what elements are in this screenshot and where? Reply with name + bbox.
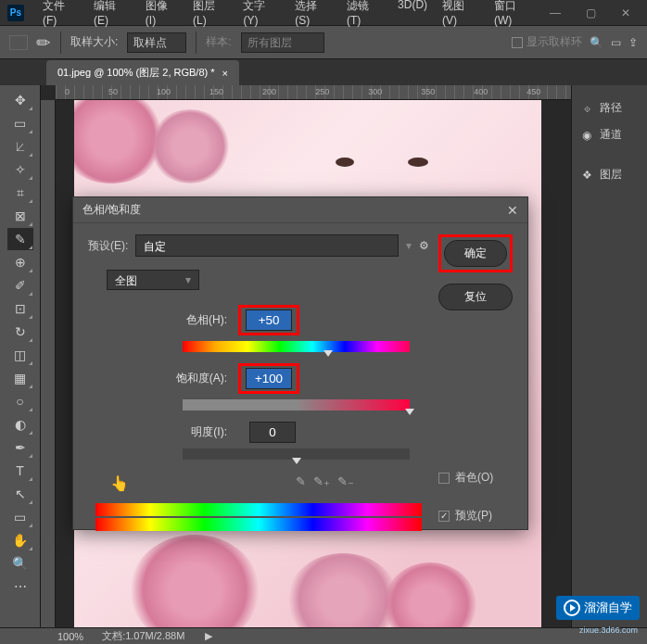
watermark-url: zixue.3d66.com [579, 625, 638, 635]
menu-window[interactable]: 窗口(W) [487, 0, 541, 31]
search-icon[interactable]: 🔍 [590, 36, 603, 49]
eyedropper-icon[interactable]: ✎ [296, 474, 306, 488]
show-ring-checkbox[interactable]: 显示取样环 [512, 34, 582, 50]
menu-layer[interactable]: 图层(L) [185, 0, 235, 31]
menu-image[interactable]: 图像(I) [138, 0, 185, 31]
channel-select[interactable]: 全图 ▾ [107, 270, 199, 290]
checkbox-icon [438, 473, 450, 484]
zoom-tool[interactable]: 🔍 [7, 552, 33, 575]
title-bar: Ps 文件(F) 编辑(E) 图像(I) 图层(L) 文字(Y) 选择(S) 滤… [0, 0, 647, 26]
lasso-tool[interactable]: ⟀ [7, 135, 33, 158]
rectangle-tool[interactable]: ▭ [7, 506, 33, 528]
eyedropper-add-icon[interactable]: ✎₊ [313, 474, 330, 488]
paths-panel[interactable]: ⟐ 路径 [572, 95, 647, 121]
share-icon[interactable]: ⇪ [628, 36, 638, 49]
hue-highlight [238, 305, 299, 335]
eyedropper-tool-icon: ✎ [32, 30, 56, 54]
color-bar-after [95, 518, 422, 531]
saturation-slider[interactable] [183, 399, 410, 410]
menu-view[interactable]: 视图(V) [435, 0, 487, 31]
options-bar: ✎ 取样大小: 取样点 样本: 所有图层 显示取样环 🔍 ▭ ⇪ [0, 26, 647, 59]
zoom-value[interactable]: 100% [57, 631, 83, 642]
sample-size-label: 取样大小: [70, 34, 118, 50]
ok-highlight: 确定 [438, 234, 513, 272]
horizontal-ruler[interactable]: 050100150200250300350400450500 [56, 85, 571, 100]
dialog-header[interactable]: 色相/饱和度 ✕ [73, 197, 527, 223]
colorize-checkbox[interactable]: 着色(O) [438, 470, 513, 486]
layers-icon: ❖ [579, 168, 594, 183]
pen-tool[interactable]: ✒ [7, 436, 33, 459]
path-select-tool[interactable]: ↖ [7, 483, 33, 505]
watermark-badge: 溜溜自学 [556, 596, 640, 620]
checkbox-checked-icon [438, 511, 450, 522]
lightness-input[interactable] [249, 422, 296, 443]
menu-select[interactable]: 选择(S) [287, 0, 339, 31]
menu-file[interactable]: 文件(F) [35, 0, 86, 31]
maximize-button[interactable]: ▢ [577, 4, 604, 22]
type-tool[interactable]: T [7, 460, 33, 482]
eyedropper-tool[interactable]: ✎ [7, 228, 33, 250]
hue-slider[interactable] [183, 341, 410, 352]
move-tool[interactable]: ✥ [7, 89, 33, 111]
hand-tool[interactable]: ✋ [7, 529, 33, 551]
sample-layers-label: 样本: [206, 34, 231, 50]
menu-3d[interactable]: 3D(D) [390, 0, 435, 31]
dialog-title: 色相/饱和度 [82, 202, 141, 218]
sample-layers-select[interactable]: 所有图层 [241, 32, 324, 53]
saturation-input[interactable] [246, 368, 292, 389]
doc-info[interactable]: 文档:1.07M/2.88M [102, 629, 184, 643]
frame-tool[interactable]: ⊠ [7, 205, 33, 227]
blur-tool[interactable]: ○ [7, 390, 33, 412]
dialog-close-button[interactable]: ✕ [507, 203, 518, 218]
checkbox-icon [512, 37, 523, 48]
eraser-tool[interactable]: ◫ [7, 344, 33, 366]
lightness-slider[interactable] [183, 448, 410, 460]
reset-button[interactable]: 复位 [438, 284, 513, 310]
minimize-button[interactable]: — [541, 4, 569, 22]
right-panels: ⟐ 路径 ◉ 通道 ❖ 图层 [571, 85, 647, 627]
stamp-tool[interactable]: ⊡ [7, 297, 33, 320]
eyedropper-subtract-icon[interactable]: ✎₋ [337, 474, 354, 488]
layers-panel[interactable]: ❖ 图层 [572, 161, 647, 188]
preset-label: 预设(E): [88, 238, 128, 254]
history-brush-tool[interactable]: ↻ [7, 321, 33, 343]
gradient-tool[interactable]: ▦ [7, 367, 33, 389]
vertical-ruler[interactable] [41, 100, 56, 627]
edit-toolbar[interactable]: ⋯ [7, 575, 33, 598]
hue-saturation-dialog: 色相/饱和度 ✕ 预设(E): 自定 ▾ ⚙ 全图 ▾ 色相(H): [72, 196, 528, 530]
paths-icon: ⟐ [579, 101, 594, 116]
crop-tool[interactable]: ⌗ [7, 182, 33, 204]
toolbox: ✥ ▭ ⟀ ✧ ⌗ ⊠ ✎ ⊕ ✐ ⊡ ↻ ◫ ▦ ○ ◐ ✒ T ↖ ▭ ✋ … [0, 85, 41, 627]
healing-tool[interactable]: ⊕ [7, 251, 33, 273]
marquee-tool[interactable]: ▭ [7, 112, 33, 134]
menu-edit[interactable]: 编辑(E) [86, 0, 138, 31]
ps-logo: Ps [7, 5, 24, 21]
preset-select[interactable]: 自定 [135, 234, 399, 257]
hue-label: 色相(H): [144, 312, 227, 328]
tab-close-icon[interactable]: × [222, 68, 228, 79]
channels-icon: ◉ [579, 128, 594, 143]
screen-mode-icon[interactable]: ▭ [611, 36, 621, 49]
dodge-tool[interactable]: ◐ [7, 413, 33, 436]
brush-tool[interactable]: ✐ [7, 274, 33, 297]
close-button[interactable]: ✕ [612, 4, 640, 22]
sample-size-select[interactable]: 取样点 [127, 32, 186, 53]
show-ring-label: 显示取样环 [526, 34, 582, 50]
menu-type[interactable]: 文字(Y) [235, 0, 287, 31]
ok-button[interactable]: 确定 [444, 240, 507, 267]
gear-icon[interactable]: ⚙ [419, 239, 429, 252]
home-icon[interactable] [9, 35, 28, 50]
quick-select-tool[interactable]: ✧ [7, 158, 33, 181]
main-menu: 文件(F) 编辑(E) 图像(I) 图层(L) 文字(Y) 选择(S) 滤镜(T… [35, 0, 541, 31]
channels-panel[interactable]: ◉ 通道 [572, 121, 647, 148]
document-tab[interactable]: 01.jpeg @ 100% (图层 2, RGB/8) * × [46, 60, 239, 85]
preview-checkbox[interactable]: 预览(P) [438, 508, 513, 524]
play-icon [564, 600, 580, 616]
saturation-highlight [238, 363, 299, 394]
tab-title: 01.jpeg @ 100% (图层 2, RGB/8) * [57, 66, 215, 80]
hue-input[interactable] [246, 309, 292, 331]
lightness-label: 明度(I): [144, 424, 227, 440]
targeted-adjustment-icon[interactable]: 👆 [110, 474, 129, 492]
color-bar-before [95, 503, 422, 516]
menu-filter[interactable]: 滤镜(T) [339, 0, 390, 31]
